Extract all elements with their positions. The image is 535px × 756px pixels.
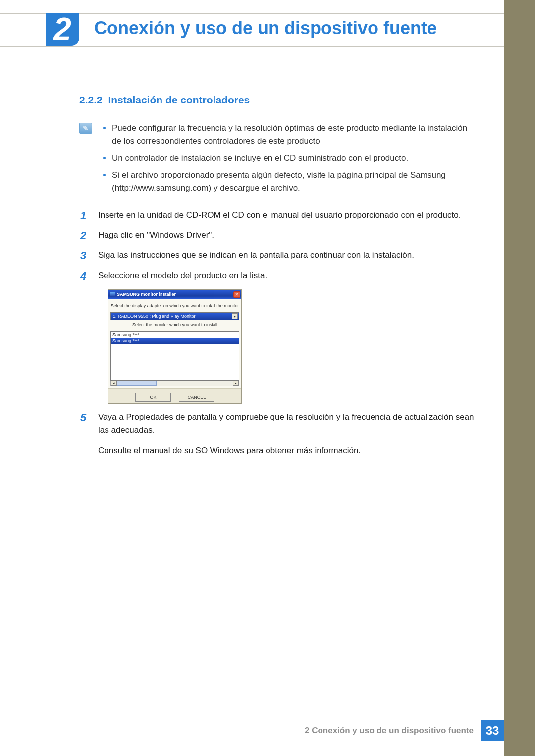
step-number: 2 <box>80 229 90 243</box>
h-scrollbar[interactable]: ◂ ▸ <box>110 380 239 386</box>
scroll-left-icon[interactable]: ◂ <box>111 381 117 386</box>
chapter-number: 2 <box>54 13 71 45</box>
step-text: Siga las instrucciones que se indican en… <box>98 249 414 262</box>
note-icon <box>79 123 92 134</box>
close-icon[interactable]: ✕ <box>233 291 240 298</box>
note-list: Puede configurar la frecuencia y la reso… <box>101 122 476 199</box>
scroll-thumb[interactable] <box>117 381 157 386</box>
cancel-button[interactable]: CANCEL <box>179 393 214 402</box>
step-text-extra: Consulte el manual de su SO Windows para… <box>98 444 476 457</box>
step-item: 4 Seleccione el modelo del producto en l… <box>80 269 476 284</box>
step-text-main: Vaya a Propiedades de pantalla y comprue… <box>98 412 474 435</box>
installer-dialog: SAMSUNG monitor installer ✕ Select the d… <box>108 289 242 404</box>
monitor-listbox[interactable]: Samsung **** Samsung **** <box>110 331 239 381</box>
chevron-down-icon: ▾ <box>232 313 238 319</box>
installer-title-text: SAMSUNG monitor installer <box>117 292 176 297</box>
adapter-dropdown[interactable]: 1. RADEON 9550 : Plug and Play Monitor ▾ <box>110 312 239 320</box>
footer-label: 2 Conexión y uso de un dispositivo fuent… <box>305 726 474 736</box>
chapter-title: Conexión y uso de un dispositivo fuente <box>94 18 437 39</box>
step-text: Haga clic en "Windows Driver". <box>98 229 214 242</box>
scroll-track <box>157 381 233 386</box>
installer-button-bar: OK CANCEL <box>108 388 241 403</box>
page-number: 33 <box>481 720 504 741</box>
step-number: 4 <box>80 269 90 284</box>
step-item: 2 Haga clic en "Windows Driver". <box>80 229 476 243</box>
installer-titlebar: SAMSUNG monitor installer ✕ <box>108 290 241 299</box>
chapter-badge: 2 <box>46 13 79 46</box>
adapter-selected: 1. RADEON 9550 : Plug and Play Monitor <box>113 314 196 319</box>
content-area: 2.2.2 Instalación de controladores Puede… <box>79 94 476 463</box>
side-stripe <box>504 0 535 756</box>
footer: 2 Conexión y uso de un dispositivo fuent… <box>305 720 504 741</box>
note-block: Puede configurar la frecuencia y la reso… <box>79 122 476 199</box>
step-number: 1 <box>80 209 90 223</box>
step-text: Vaya a Propiedades de pantalla y comprue… <box>98 411 476 457</box>
section-number: 2.2.2 <box>79 94 103 105</box>
installer-app-icon <box>110 292 115 297</box>
steps-list: 1 Inserte en la unidad de CD-ROM el CD c… <box>80 209 476 457</box>
section-heading: 2.2.2 Instalación de controladores <box>79 94 476 106</box>
note-item: Si el archivo proporcionado presenta alg… <box>101 169 476 195</box>
list-item[interactable]: Samsung **** <box>111 338 239 344</box>
installer-msg-monitor: Select the monitor which you want to ins… <box>110 322 239 327</box>
note-item: Un controlador de instalación se incluye… <box>101 152 476 165</box>
note-item: Puede configurar la frecuencia y la reso… <box>101 122 476 148</box>
step-text: Seleccione el modelo del producto en la … <box>98 269 267 282</box>
scroll-right-icon[interactable]: ▸ <box>233 381 239 386</box>
installer-body: Select the display adapter on which you … <box>108 299 241 388</box>
list-item[interactable]: Samsung **** <box>111 332 239 338</box>
rule-bottom <box>0 46 504 47</box>
step-item: 5 Vaya a Propiedades de pantalla y compr… <box>80 411 476 457</box>
installer-title: SAMSUNG monitor installer <box>110 292 176 297</box>
ok-button[interactable]: OK <box>135 393 171 402</box>
step-text: Inserte en la unidad de CD-ROM el CD con… <box>98 209 461 222</box>
step-item: 1 Inserte en la unidad de CD-ROM el CD c… <box>80 209 476 223</box>
step-number: 5 <box>80 411 90 425</box>
installer-msg-adapter: Select the display adapter on which you … <box>110 303 239 308</box>
step-item: 3 Siga las instrucciones que se indican … <box>80 249 476 263</box>
section-title: Instalación de controladores <box>108 94 250 105</box>
step-number: 3 <box>80 249 90 263</box>
